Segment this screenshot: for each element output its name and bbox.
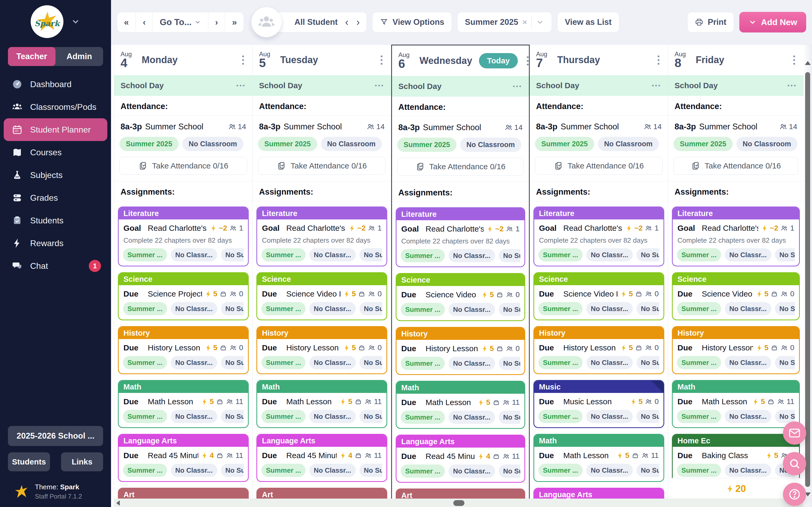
subject-header: Language Arts: [397, 436, 524, 448]
assignment-card-literature[interactable]: LiteratureGoalRead Charlotte's W...~21Co…: [396, 207, 525, 267]
school-day-menu-icon[interactable]: [373, 83, 385, 88]
assignment-card-science[interactable]: ScienceDueScience Video Le...50Summer ..…: [256, 272, 387, 320]
students-footer-button[interactable]: Students: [8, 452, 50, 471]
sidebar-item-subjects[interactable]: Subjects: [4, 164, 107, 186]
assignment-card-history[interactable]: HistoryDueHistory Lesson50Summer ...No C…: [256, 326, 387, 374]
assignment-card-history[interactable]: HistoryDueHistory Lesson50Summer ...No C…: [534, 326, 664, 374]
assignment-card-science[interactable]: ScienceDueScience Project50Summer ...No …: [118, 272, 249, 320]
horizontal-scroll-thumb[interactable]: [453, 500, 464, 506]
view-options-button[interactable]: View Options: [372, 12, 452, 33]
school-logo[interactable]: Spark: [31, 5, 63, 38]
term-select[interactable]: Summer 2025 ×: [457, 12, 552, 33]
sidebar-item-classrooms-pods[interactable]: Classrooms/Pods: [4, 96, 107, 118]
school-day-banner[interactable]: School Day: [253, 75, 391, 96]
assignment-card-math[interactable]: MathDueMath Lesson511Summer ...No Classr…: [534, 434, 664, 482]
assignment-card-math[interactable]: MathDueMath Lesson511Summer ...No Classr…: [118, 380, 249, 428]
assignment-card-science[interactable]: ScienceDueScience Video Le...50Summer ..…: [534, 272, 664, 320]
add-new-button[interactable]: Add New: [739, 12, 806, 33]
goto-dropdown[interactable]: Go To...: [153, 12, 208, 32]
assignment-card-science[interactable]: ScienceDueScience Video L...50Summer ...…: [396, 273, 525, 321]
take-attendance-button[interactable]: Take Attendance 0/16: [673, 157, 798, 175]
school-day-menu-icon[interactable]: [786, 83, 797, 88]
student-prev-button[interactable]: ‹: [345, 17, 349, 28]
nav-first-button[interactable]: «: [117, 12, 136, 32]
assignment-card-literature[interactable]: LiteratureGoalRead Charlotte's W...~21Co…: [672, 207, 800, 267]
assignment-card-math[interactable]: MathDueMath Lesson511Summer ...No Classr…: [672, 380, 800, 428]
sidebar-item-chat[interactable]: Chat1: [4, 255, 107, 277]
logo-chevron-down-icon[interactable]: [71, 17, 80, 26]
sidebar-item-dashboard[interactable]: Dashboard: [4, 73, 107, 96]
group-avatar-icon: [257, 13, 275, 31]
school-day-banner[interactable]: School Day: [114, 75, 252, 96]
mail-button[interactable]: [783, 421, 806, 445]
school-day-banner[interactable]: School Day: [530, 75, 668, 96]
school-day-menu-icon[interactable]: [235, 83, 246, 88]
sidebar-item-grades[interactable]: Grades: [4, 186, 107, 209]
assignment-card-math[interactable]: MathDueMath Lesson511Summer ...No Classr…: [396, 381, 525, 429]
view-as-list-button[interactable]: View as List: [557, 12, 619, 33]
tag-chip: No Subject: [775, 356, 795, 369]
assignment-card-language-arts[interactable]: Language ArtsDueRead 45 Minutes411Summer…: [396, 435, 525, 483]
day-menu-kebab-icon[interactable]: [791, 53, 797, 67]
school-day-banner[interactable]: School Day: [392, 76, 529, 97]
assignment-card-language-arts[interactable]: Language ArtsDueRead 45 Minutes411Summer…: [118, 434, 249, 482]
day-menu-kebab-icon[interactable]: [378, 53, 385, 67]
day-menu-kebab-icon[interactable]: [240, 53, 246, 67]
sidebar-item-students[interactable]: Students: [4, 209, 107, 232]
take-attendance-button[interactable]: Take Attendance 0/16: [397, 158, 524, 176]
sidebar-item-rewards[interactable]: Rewards: [4, 232, 107, 255]
nav-last-button[interactable]: »: [225, 12, 244, 32]
nav-next-button[interactable]: ›: [208, 12, 225, 32]
assignment-card-science[interactable]: ScienceDueScience Video Le...50Summer ..…: [672, 272, 800, 320]
take-attendance-button[interactable]: Take Attendance 0/16: [535, 157, 663, 175]
assignment-card-history[interactable]: HistoryDueHistory Lesson50Summer ...No C…: [118, 326, 249, 374]
card-type-label: Due: [677, 451, 702, 460]
student-next-button[interactable]: ›: [356, 17, 360, 28]
assignment-card-math[interactable]: MathDueMath Lesson511Summer ...No Classr…: [256, 380, 387, 428]
role-tab-admin[interactable]: Admin: [55, 47, 103, 66]
people-icon: [229, 290, 237, 298]
school-day-banner[interactable]: School Day: [668, 75, 804, 96]
role-tab-teacher[interactable]: Teacher: [8, 47, 55, 66]
print-button[interactable]: Print: [687, 12, 734, 33]
people-count: 11: [236, 451, 243, 460]
search-button[interactable]: [783, 452, 806, 475]
take-attendance-button[interactable]: Take Attendance 0/16: [258, 157, 386, 175]
chevron-down-icon[interactable]: [536, 18, 544, 26]
take-attendance-button[interactable]: Take Attendance 0/16: [119, 157, 247, 175]
card-meta: ~21: [484, 225, 520, 233]
day-menu-kebab-icon[interactable]: [525, 54, 530, 68]
people-count: 1: [790, 224, 794, 232]
nav-prev-button[interactable]: ‹: [136, 12, 153, 32]
floating-actions: [783, 421, 806, 506]
box-icon: [493, 399, 500, 406]
student-filter-label: All Student: [295, 17, 338, 27]
links-footer-button[interactable]: Links: [61, 452, 103, 471]
sidebar-item-courses[interactable]: Courses: [4, 141, 107, 164]
assignment-card-history[interactable]: HistoryDueHistory Lesson50Summer ...No C…: [396, 327, 525, 375]
card-title: History Lesson: [563, 343, 616, 352]
assignment-card-literature[interactable]: LiteratureGoalRead Charlotte's W...~21Co…: [256, 207, 387, 267]
help-button[interactable]: [783, 483, 806, 506]
scroll-left-arrow[interactable]: [116, 500, 120, 506]
card-type-label: Due: [262, 451, 286, 460]
school-year-button[interactable]: 2025-2026 School ...: [8, 426, 103, 446]
subject-header: Literature: [397, 208, 524, 220]
sidebar-item-student-planner[interactable]: Student Planner: [4, 118, 107, 141]
assignment-card-literature[interactable]: LiteratureGoalRead Charlotte's W...~21Co…: [534, 207, 664, 267]
assignment-card-music[interactable]: MusicDueMusic Lesson50Summer ...No Class…: [534, 380, 664, 428]
scroll-up-arrow[interactable]: [805, 61, 811, 65]
assignment-card-literature[interactable]: LiteratureGoalRead Charlotte's W...~21Co…: [118, 207, 249, 267]
goto-label: Go To...: [160, 17, 191, 27]
assignment-card-history[interactable]: HistoryDueHistory Lesson50Summer ...No C…: [672, 326, 800, 374]
students-avatar[interactable]: [251, 7, 282, 37]
subject-header: Science: [673, 273, 799, 285]
logo-row: Spark: [0, 0, 111, 40]
clear-term-icon[interactable]: ×: [522, 18, 527, 27]
school-day-menu-icon[interactable]: [511, 84, 522, 89]
assignment-card-language-arts[interactable]: Language ArtsDueRead 45 Minutes411Summer…: [256, 434, 387, 482]
assignment-card-home-ec[interactable]: Home EcDueBaking Class50Summer ...No Cla…: [672, 434, 800, 478]
school-day-menu-icon[interactable]: [651, 83, 662, 88]
day-menu-kebab-icon[interactable]: [656, 53, 662, 67]
student-filter[interactable]: All Student ‹ ›: [271, 12, 367, 33]
